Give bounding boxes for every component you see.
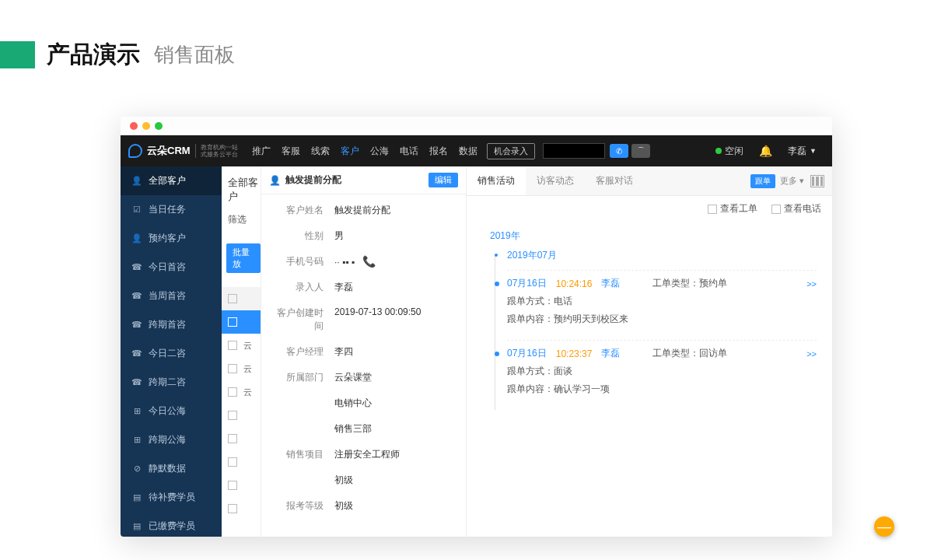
- more-menu[interactable]: 更多 ▾: [780, 175, 804, 187]
- detail-row: 手机号码·· ▪▪ ▪📞: [269, 249, 458, 275]
- table-row[interactable]: [222, 310, 261, 334]
- call-buttons: ✆ ⌒: [610, 144, 650, 158]
- sidebar-icon: ☎: [131, 348, 142, 359]
- activity-tabs: 销售活动访客动态客服对话 跟单 更多 ▾: [467, 166, 832, 196]
- entry-method: 跟单方式：面谈: [507, 365, 817, 378]
- table-row[interactable]: 云: [222, 334, 261, 357]
- table-row[interactable]: 云: [222, 380, 261, 404]
- table-row[interactable]: [222, 404, 261, 427]
- hangup-button[interactable]: ⌒: [631, 144, 650, 158]
- nav-客户[interactable]: 客户: [341, 145, 359, 158]
- checkbox[interactable]: [708, 205, 717, 214]
- row-text: 云: [243, 340, 252, 352]
- edit-button[interactable]: 编辑: [429, 173, 458, 187]
- timeline-entry: 07月16日10:23:37李磊工单类型：回访单>>跟单方式：面谈跟单内容：确认…: [507, 340, 817, 402]
- opportunity-entry-button[interactable]: 机会录入: [487, 143, 535, 159]
- sidebar-item-今日首咨[interactable]: ☎今日首咨: [121, 253, 222, 282]
- sidebar-item-label: 跨期二咨: [149, 376, 186, 389]
- timeline-month: 2019年07月: [507, 249, 817, 262]
- sidebar-icon: ☎: [131, 320, 142, 330]
- sidebar-item-跨期公海[interactable]: ⊞跨期公海: [121, 425, 222, 454]
- select-all-checkbox[interactable]: [228, 294, 237, 303]
- nav-线索[interactable]: 线索: [311, 145, 330, 158]
- sidebar-item-今日二咨[interactable]: ☎今日二咨: [121, 339, 222, 368]
- detail-row: 所属部门云朵课堂: [269, 365, 458, 390]
- search-input[interactable]: [543, 143, 605, 159]
- nav-电话[interactable]: 电话: [400, 145, 418, 158]
- row-checkbox[interactable]: [228, 481, 237, 490]
- table-row[interactable]: [222, 427, 261, 450]
- followup-badge[interactable]: 跟单: [750, 174, 775, 188]
- sidebar-item-全部客户[interactable]: 👤全部客户: [121, 166, 222, 195]
- sidebar-item-label: 跨期首咨: [149, 318, 186, 331]
- minimize-icon[interactable]: [142, 122, 150, 130]
- row-checkbox[interactable]: [228, 341, 237, 350]
- sidebar-item-静默数据[interactable]: ⊘静默数据: [121, 454, 222, 483]
- nav-公海[interactable]: 公海: [370, 145, 389, 158]
- table-row[interactable]: [222, 450, 261, 474]
- sidebar-item-跨期二咨[interactable]: ☎跨期二咨: [121, 368, 222, 397]
- expand-arrow-icon[interactable]: >>: [806, 279, 817, 289]
- filter-查看工单[interactable]: 查看工单: [708, 202, 757, 215]
- detail-row: 客户姓名触发提前分配: [269, 198, 458, 223]
- row-checkbox[interactable]: [228, 434, 237, 443]
- detail-value: 触发提前分配: [334, 204, 458, 217]
- detail-value: 云朵课堂: [334, 371, 458, 384]
- bulk-release-button[interactable]: 批量放: [226, 243, 261, 273]
- close-icon[interactable]: [130, 122, 138, 130]
- sidebar-item-label: 今日二咨: [149, 347, 186, 360]
- sidebar-item-当日任务[interactable]: ☑当日任务: [121, 195, 222, 224]
- floating-action-button[interactable]: —: [874, 516, 894, 537]
- tab-访客动态[interactable]: 访客动态: [526, 166, 585, 195]
- sidebar-item-已缴费学员[interactable]: ▤已缴费学员: [121, 512, 222, 537]
- status-dot-icon: [715, 148, 722, 154]
- view-filters: 查看工单查看电话: [467, 196, 832, 222]
- row-checkbox[interactable]: [228, 387, 237, 397]
- detail-value: 李四: [334, 345, 458, 359]
- logo[interactable]: 云朵CRM 教育机构一站 式服务云平台: [128, 144, 238, 158]
- nav-报名[interactable]: 报名: [429, 145, 448, 158]
- detail-label: 录入人: [269, 281, 324, 294]
- layout-toggle-icon[interactable]: [810, 175, 824, 187]
- sidebar-icon: 👤: [131, 176, 142, 186]
- maximize-icon[interactable]: [155, 122, 163, 130]
- sidebar-icon: ⊞: [131, 435, 142, 445]
- entry-type: 工单类型：回访单: [652, 347, 727, 360]
- sidebar-icon: ▤: [131, 492, 142, 502]
- row-checkbox[interactable]: [228, 364, 237, 373]
- sidebar-item-当周首咨[interactable]: ☎当周首咨: [121, 282, 222, 310]
- sidebar-item-待补费学员[interactable]: ▤待补费学员: [121, 483, 222, 512]
- row-checkbox[interactable]: [228, 457, 237, 467]
- row-checkbox[interactable]: [228, 317, 237, 327]
- customer-table: 云云云: [222, 287, 261, 520]
- entry-date: 07月16日: [507, 347, 547, 360]
- detail-row: 初级: [269, 467, 458, 493]
- sidebar-item-今日公海[interactable]: ⊞今日公海: [121, 397, 222, 425]
- table-row[interactable]: 云: [222, 357, 261, 380]
- sidebar-item-label: 待补费学员: [149, 491, 195, 504]
- nav-客服[interactable]: 客服: [282, 145, 300, 158]
- tab-销售活动[interactable]: 销售活动: [467, 166, 526, 195]
- phone-icon[interactable]: 📞: [362, 255, 376, 268]
- user-menu[interactable]: 李磊 ▼: [788, 145, 817, 158]
- detail-label: [269, 397, 324, 410]
- sidebar-item-预约客户[interactable]: 👤预约客户: [121, 224, 222, 253]
- sidebar-item-跨期首咨[interactable]: ☎跨期首咨: [121, 310, 222, 339]
- tab-客服对话[interactable]: 客服对话: [585, 166, 644, 195]
- agent-status[interactable]: 空闲: [715, 145, 743, 158]
- table-row[interactable]: [222, 474, 261, 497]
- detail-label: 客户姓名: [269, 204, 324, 217]
- expand-arrow-icon[interactable]: >>: [806, 349, 817, 359]
- checkbox[interactable]: [771, 205, 781, 214]
- row-checkbox[interactable]: [228, 411, 237, 420]
- dial-button[interactable]: ✆: [610, 144, 628, 158]
- nav-推广[interactable]: 推广: [252, 145, 271, 158]
- nav-数据[interactable]: 数据: [459, 145, 477, 158]
- table-row[interactable]: [222, 497, 261, 520]
- detail-row: 销售项目注册安全工程师: [269, 442, 458, 467]
- timeline-entry: 07月16日10:24:16李磊工单类型：预约单>>跟单方式：电话跟单内容：预约…: [507, 270, 817, 332]
- sidebar-item-label: 跨期公海: [149, 433, 186, 446]
- filter-查看电话[interactable]: 查看电话: [771, 202, 821, 215]
- row-checkbox[interactable]: [228, 504, 237, 513]
- notifications-icon[interactable]: 🔔: [759, 145, 772, 157]
